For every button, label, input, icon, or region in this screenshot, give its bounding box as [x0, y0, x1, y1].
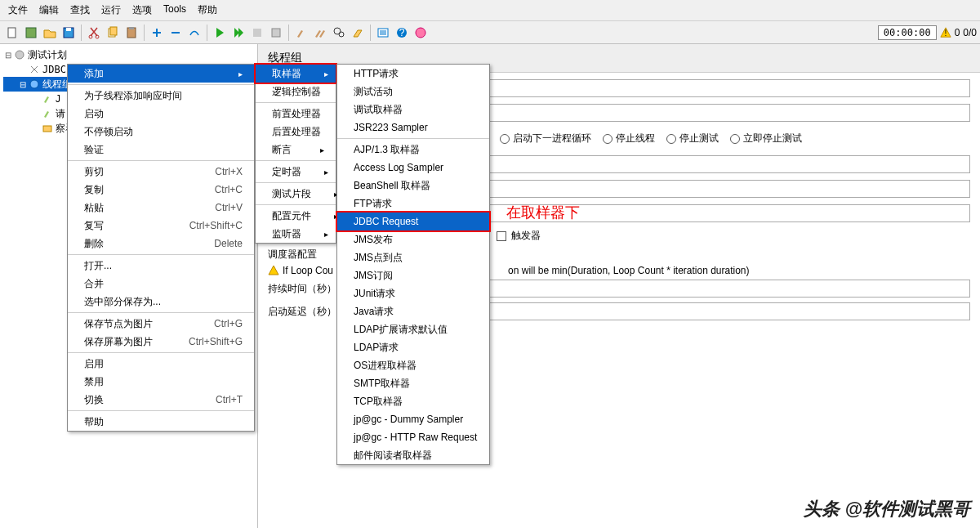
- run-nopause-icon[interactable]: [229, 24, 247, 42]
- svg-rect-3: [66, 28, 71, 31]
- mi-合并[interactable]: 合并: [68, 275, 254, 293]
- warning-icon: !: [940, 27, 951, 38]
- mi-断言[interactable]: 断言▸: [256, 141, 336, 159]
- mi-切换[interactable]: 切换Ctrl+T: [68, 391, 254, 409]
- context-menu-3: HTTP请求测试活动调试取样器JSR223 SamplerAJP/1.3 取样器…: [336, 64, 490, 465]
- menu-文件[interactable]: 文件: [3, 2, 33, 19]
- mi-JSR223 Sampler[interactable]: JSR223 Sampler: [337, 119, 489, 136]
- mi-JMS订阅[interactable]: JMS订阅: [337, 266, 489, 284]
- copy-icon[interactable]: [104, 24, 122, 42]
- menu-Tools[interactable]: Tools: [158, 2, 191, 19]
- mi-JUnit请求[interactable]: JUnit请求: [337, 284, 489, 302]
- radio-opt-4[interactable]: 立即停止测试: [730, 132, 802, 145]
- mi-监听器[interactable]: 监听器▸: [256, 225, 336, 243]
- mi-OS进程取样器[interactable]: OS进程取样器: [337, 356, 489, 374]
- warn-count-1: 0: [955, 27, 960, 38]
- mi-添加[interactable]: 添加▸: [68, 65, 254, 83]
- menu-帮助[interactable]: 帮助: [193, 2, 222, 19]
- templates-icon[interactable]: [22, 24, 40, 42]
- mi-取样器[interactable]: 取样器▸: [256, 65, 336, 83]
- shutdown-icon[interactable]: [267, 24, 285, 42]
- help-icon[interactable]: ?: [393, 24, 411, 42]
- delay-label: 启动延迟（秒）: [268, 305, 336, 319]
- radio-opt-3[interactable]: 停止测试: [666, 132, 719, 145]
- mi-复制[interactable]: 复制Ctrl+C: [68, 181, 254, 199]
- fn-helper-icon[interactable]: [374, 24, 392, 42]
- mi-JMS发布[interactable]: JMS发布: [337, 230, 489, 248]
- mi-JMS点到点[interactable]: JMS点到点: [337, 248, 489, 266]
- mi-AJP/1.3 取样器[interactable]: AJP/1.3 取样器: [337, 141, 489, 159]
- mi-调试取样器[interactable]: 调试取样器: [337, 101, 489, 119]
- tree-root[interactable]: ⊟测试计划: [3, 47, 254, 62]
- mi-FTP请求[interactable]: FTP请求: [337, 195, 489, 213]
- mi-删除[interactable]: 删除Delete: [68, 235, 254, 253]
- mi-后置处理器[interactable]: 后置处理器▸: [256, 123, 336, 141]
- mi-逻辑控制器[interactable]: 逻辑控制器▸: [256, 83, 336, 101]
- chk-same-user[interactable]: [497, 231, 506, 241]
- menu-运行[interactable]: 运行: [96, 2, 126, 19]
- svg-point-13: [339, 32, 344, 37]
- mi-选中部分保存为...[interactable]: 选中部分保存为...: [68, 293, 254, 311]
- mi-启用[interactable]: 启用: [68, 355, 254, 373]
- mi-测试片段[interactable]: 测试片段▸: [256, 185, 336, 203]
- mi-Access Log Sampler[interactable]: Access Log Sampler: [337, 159, 489, 177]
- elapsed-time: 00:00:00: [878, 25, 937, 40]
- mi-配置元件[interactable]: 配置元件▸: [256, 207, 336, 225]
- mi-启动[interactable]: 启动: [68, 105, 254, 123]
- mi-TCP取样器[interactable]: TCP取样器: [337, 392, 489, 410]
- minus-icon[interactable]: [167, 24, 185, 42]
- mi-复写[interactable]: 复写Ctrl+Shift+C: [68, 217, 254, 235]
- save-icon[interactable]: [60, 24, 78, 42]
- mi-定时器[interactable]: 定时器▸: [256, 163, 336, 181]
- reset-search-icon[interactable]: [349, 24, 367, 42]
- mi-禁用[interactable]: 禁用: [68, 373, 254, 391]
- plus-icon[interactable]: [148, 24, 166, 42]
- watermark: 头条 @软件测试黑哥: [804, 497, 970, 521]
- mi-测试活动[interactable]: 测试活动: [337, 83, 489, 101]
- mi-打开...[interactable]: 打开...: [68, 257, 254, 275]
- mi-保存屏幕为图片[interactable]: 保存屏幕为图片Ctrl+Shift+G: [68, 333, 254, 351]
- mi-不停顿启动[interactable]: 不停顿启动: [68, 123, 254, 141]
- cut-icon[interactable]: [85, 24, 103, 42]
- mi-LDAP请求[interactable]: LDAP请求: [337, 338, 489, 356]
- mi-JDBC Request[interactable]: JDBC Request: [337, 213, 489, 230]
- context-menu-2: 取样器▸逻辑控制器▸前置处理器▸后置处理器▸断言▸定时器▸测试片段▸配置元件▸监…: [255, 64, 336, 244]
- mi-jp@gc - HTTP Raw Request[interactable]: jp@gc - HTTP Raw Request: [337, 428, 489, 446]
- svg-point-20: [30, 80, 38, 88]
- stop-icon[interactable]: [248, 24, 266, 42]
- mi-BeanShell 取样器[interactable]: BeanShell 取样器: [337, 177, 489, 195]
- context-menu-1: 添加▸为子线程添加响应时间启动不停顿启动验证剪切Ctrl+X复制Ctrl+C粘贴…: [67, 64, 255, 432]
- clear-icon[interactable]: [292, 24, 310, 42]
- svg-rect-0: [8, 28, 16, 38]
- toolbar: ? 00:00:00 ! 0 0/0: [0, 21, 980, 44]
- mi-粘贴[interactable]: 粘贴Ctrl+V: [68, 199, 254, 217]
- mi-前置处理器[interactable]: 前置处理器▸: [256, 105, 336, 123]
- mi-jp@gc - Dummy Sampler[interactable]: jp@gc - Dummy Sampler: [337, 410, 489, 428]
- mi-为子线程添加响应时间[interactable]: 为子线程添加响应时间: [68, 87, 254, 105]
- mi-LDAP扩展请求默认值[interactable]: LDAP扩展请求默认值: [337, 320, 489, 338]
- radio-opt-2[interactable]: 停止线程: [603, 132, 655, 145]
- mi-剪切[interactable]: 剪切Ctrl+X: [68, 163, 254, 181]
- mi-Java请求[interactable]: Java请求: [337, 302, 489, 320]
- mi-邮件阅读者取样器[interactable]: 邮件阅读者取样器: [337, 446, 489, 464]
- search-icon[interactable]: [330, 24, 348, 42]
- clear-all-icon[interactable]: [311, 24, 329, 42]
- menu-查找[interactable]: 查找: [65, 2, 95, 19]
- mi-帮助[interactable]: 帮助: [68, 413, 254, 431]
- new-icon[interactable]: [3, 24, 21, 42]
- svg-rect-7: [110, 27, 117, 35]
- menu-选项[interactable]: 选项: [127, 2, 157, 19]
- heap-icon[interactable]: [412, 24, 430, 42]
- svg-text:?: ?: [399, 27, 405, 38]
- mi-HTTP请求[interactable]: HTTP请求: [337, 65, 489, 83]
- paste-icon[interactable]: [122, 24, 140, 42]
- mi-SMTP取样器[interactable]: SMTP取样器: [337, 374, 489, 392]
- mi-验证[interactable]: 验证: [68, 141, 254, 159]
- mi-保存节点为图片[interactable]: 保存节点为图片Ctrl+G: [68, 315, 254, 333]
- radio-opt-1[interactable]: 启动下一进程循环: [500, 132, 591, 145]
- toggle-icon[interactable]: [185, 24, 203, 42]
- duration-label: 持续时间（秒）: [268, 282, 336, 296]
- run-icon[interactable]: [211, 24, 229, 42]
- menu-编辑[interactable]: 编辑: [34, 2, 64, 19]
- open-icon[interactable]: [41, 24, 59, 42]
